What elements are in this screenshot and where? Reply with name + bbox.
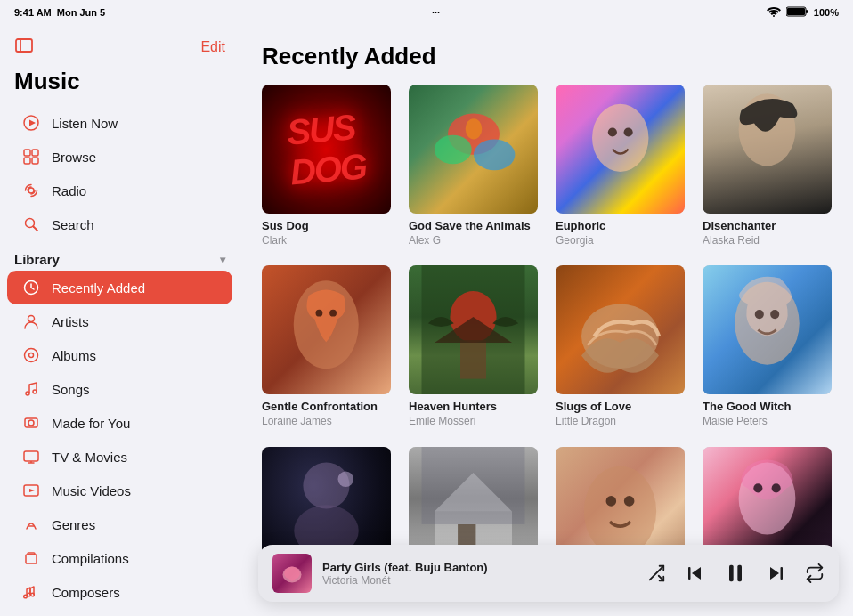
nav-browse[interactable]: Browse (7, 140, 232, 174)
svg-point-59 (584, 466, 656, 557)
content-area: Recently Added SUSDOG Sus Dog Clark (240, 25, 853, 616)
svg-point-45 (329, 309, 337, 316)
svg-point-20 (33, 390, 37, 393)
music-videos-icon (21, 481, 41, 500)
sidebar-item-genres[interactable]: Genres (7, 507, 232, 541)
tv-movies-label: TV & Movies (52, 450, 127, 465)
sidebar-item-songs[interactable]: Songs (7, 372, 232, 406)
now-playing-controls (646, 561, 825, 586)
sidebar-toggle-icon[interactable] (14, 36, 34, 59)
album-gentle[interactable]: Gentle Confrontation Loraine James (262, 265, 391, 428)
album-good-witch[interactable]: The Good Witch Maisie Peters (703, 265, 832, 428)
album-artist: Maisie Peters (703, 415, 832, 429)
album-art-heaven (409, 265, 538, 394)
compilations-icon (21, 548, 41, 568)
album-artist: Georgia (556, 234, 685, 248)
album-name: Slugs of Love (556, 400, 685, 415)
svg-rect-69 (688, 567, 691, 580)
section-title: Recently Added (262, 43, 832, 70)
album-name: Gentle Confrontation (262, 400, 391, 415)
nav-radio[interactable]: Radio (7, 174, 232, 207)
albums-label: Albums (52, 348, 96, 363)
sidebar-item-tv-movies[interactable]: TV & Movies (7, 440, 232, 474)
svg-marker-7 (29, 120, 36, 126)
artists-label: Artists (52, 314, 89, 329)
svg-point-64 (772, 483, 781, 492)
album-disenchanter[interactable]: Disenchanter Alaska Reid (703, 85, 832, 247)
album-slugs-of-love[interactable]: Slugs of Love Little Dragon (556, 265, 685, 428)
repeat-button[interactable] (805, 563, 825, 583)
svg-rect-11 (32, 158, 38, 164)
svg-marker-72 (770, 567, 779, 580)
recently-added-icon (21, 278, 41, 297)
album-art-slugs (556, 265, 685, 394)
artists-icon (21, 312, 41, 331)
sidebar-item-recently-added[interactable]: Recently Added (7, 271, 232, 304)
album-art-god-save (409, 85, 538, 214)
svg-rect-70 (729, 565, 734, 582)
svg-rect-9 (32, 150, 38, 156)
album-sus-dog[interactable]: SUSDOG Sus Dog Clark (262, 85, 391, 247)
status-date: Mon Jun 5 (57, 7, 105, 18)
svg-rect-8 (24, 150, 30, 156)
album-name: God Save the Animals (409, 219, 538, 234)
album-heaven-hunters[interactable]: Heaven Hunters Emile Mosseri (409, 265, 538, 428)
svg-point-60 (606, 496, 617, 507)
svg-marker-68 (692, 567, 701, 580)
made-for-you-icon (21, 413, 41, 433)
status-dots: ··· (432, 7, 440, 18)
sidebar-item-artists[interactable]: Artists (7, 304, 232, 338)
album-artist: Alaska Reid (703, 234, 832, 248)
album-grid: SUSDOG Sus Dog Clark (262, 85, 832, 581)
sidebar-item-made-for-you[interactable]: Made for You (7, 406, 232, 440)
nav-listen-now[interactable]: Listen Now (7, 106, 232, 140)
pause-button[interactable] (723, 561, 748, 586)
album-name: Heaven Hunters (409, 400, 538, 415)
radio-label: Radio (52, 183, 86, 199)
genres-label: Genres (52, 517, 95, 532)
svg-point-31 (24, 595, 28, 598)
album-euphoric[interactable]: Euphoric Georgia (556, 85, 685, 247)
songs-icon (21, 379, 41, 399)
sidebar-item-music-videos[interactable]: Music Videos (7, 474, 232, 507)
svg-rect-3 (787, 8, 805, 15)
edit-button[interactable]: Edit (200, 39, 225, 55)
svg-point-22 (28, 420, 34, 426)
albums-icon (21, 345, 41, 365)
svg-line-14 (34, 227, 38, 231)
shuffle-button[interactable] (646, 563, 666, 583)
svg-rect-10 (24, 158, 30, 164)
sidebar-item-downloaded[interactable]: Downloaded (7, 609, 232, 616)
nav-search[interactable]: Search (7, 207, 232, 241)
made-for-you-label: Made for You (52, 416, 130, 431)
album-artist: Alex G (409, 234, 538, 248)
sidebar-item-albums[interactable]: Albums (7, 338, 232, 372)
svg-point-32 (28, 593, 31, 596)
svg-rect-23 (24, 451, 38, 461)
search-label: Search (52, 217, 94, 232)
svg-rect-73 (781, 567, 784, 580)
next-button[interactable] (766, 563, 787, 584)
now-playing-bar: Party Girls (feat. Buju Banton) Victoria… (258, 545, 839, 602)
album-god-save[interactable]: God Save the Animals Alex G (409, 85, 538, 247)
album-art-euphoric (556, 85, 685, 214)
status-right: 100% (767, 6, 839, 19)
svg-point-36 (434, 134, 471, 163)
chevron-down-icon[interactable]: ▾ (220, 254, 225, 266)
previous-button[interactable] (684, 563, 705, 584)
svg-point-41 (623, 127, 632, 136)
sidebar-item-composers[interactable]: Composers (7, 575, 232, 609)
album-artist: Emile Mosseri (409, 415, 538, 429)
main-container: Edit Music Listen Now Browse (0, 25, 853, 616)
status-bar: 9:41 AM Mon Jun 5 ··· 100% (0, 0, 853, 25)
status-left: 9:41 AM Mon Jun 5 (14, 7, 105, 18)
now-playing-info: Party Girls (feat. Buju Banton) Victoria… (322, 561, 636, 587)
svg-point-63 (753, 483, 762, 492)
album-art-gentle (262, 265, 391, 394)
composers-label: Composers (52, 585, 120, 600)
sidebar-item-compilations[interactable]: Compilations (7, 541, 232, 575)
svg-rect-71 (737, 565, 742, 582)
album-artist: Clark (262, 234, 391, 248)
album-artist: Little Dragon (556, 415, 685, 429)
album-art-disenchanter (703, 85, 832, 214)
